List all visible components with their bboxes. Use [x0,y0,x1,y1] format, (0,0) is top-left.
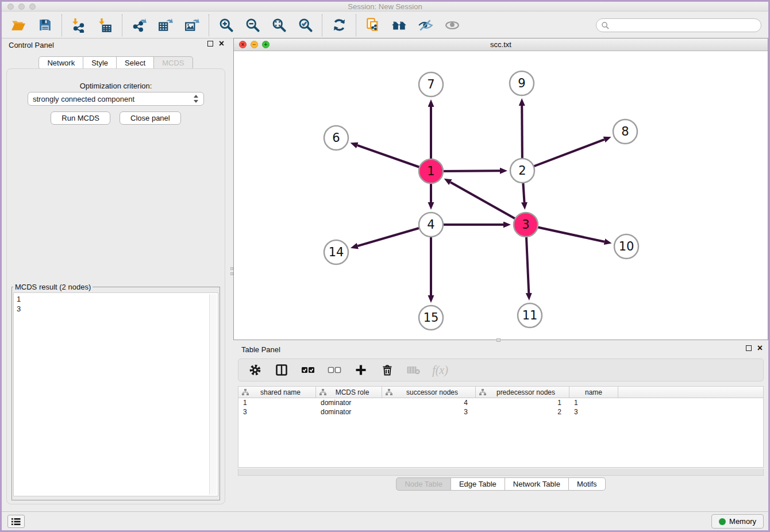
refresh-icon[interactable] [330,17,348,34]
import-table-icon[interactable] [97,17,114,34]
task-history-button[interactable] [7,515,25,528]
column-header-successor-nodes[interactable]: successor nodes [382,387,476,398]
result-line: 1 [17,294,215,304]
table-cell[interactable]: dominator [316,408,382,416]
float-panel-icon[interactable] [207,41,213,47]
tab-motifs[interactable]: Motifs [569,477,606,491]
control-panel-tabs: Network Style Select MCDS [38,56,192,70]
float-table-panel-icon[interactable] [746,345,752,351]
export-table-icon[interactable] [157,17,174,34]
graph-node-label: 6 [332,131,340,145]
splitter-grip-vertical[interactable] [230,267,233,282]
network-canvas[interactable]: 7968124314101511 [234,52,768,340]
home-windows-icon[interactable] [391,17,408,34]
tab-network-table[interactable]: Network Table [505,477,569,491]
column-chooser-icon[interactable] [274,363,289,377]
table-cell[interactable]: 1 [476,399,569,407]
main-toolbar [2,12,768,38]
graph-node-label: 7 [427,78,434,91]
tab-edge-table[interactable]: Edge Table [451,477,505,491]
table-cell[interactable]: 1 [238,399,316,407]
graph-edge-2-8[interactable] [522,140,605,171]
splitter-grip-horizontal[interactable] [496,338,500,342]
export-image-icon[interactable] [183,17,201,34]
graph-node-label: 15 [424,311,439,325]
memory-label: Memory [729,517,756,526]
table-toolbar: f(x) [238,358,764,381]
mcds-result-title: MCDS result (2 nodes) [13,283,93,291]
delete-column-icon[interactable] [380,363,395,377]
application-window: Session: New Session [0,0,770,532]
dropdown-stepper-icon [193,94,199,103]
tab-mcds[interactable]: MCDS [154,56,192,70]
delete-table-disabled-icon [406,363,421,377]
table-cell[interactable]: 2 [476,408,569,416]
graph-node-label: 9 [518,76,525,90]
save-session-icon[interactable] [36,17,53,34]
zoom-selected-icon[interactable] [297,17,314,34]
table-row[interactable]: 3dominator323 [238,407,763,417]
column-tree-icon [479,389,486,396]
run-mcds-button[interactable]: Run MCDS [51,111,110,125]
criterion-dropdown[interactable]: strongly connected component [28,92,204,106]
tab-network[interactable]: Network [38,56,83,70]
list-icon [11,517,21,526]
zoom-in-icon[interactable] [217,17,234,34]
graph-node-label: 3 [522,218,529,232]
column-header-predecessor-nodes[interactable]: predecessor nodes [476,387,569,398]
result-line: 3 [17,304,215,314]
graph-node-label: 11 [522,309,538,322]
add-column-icon[interactable] [353,363,368,377]
network-view-window: × − + scc.txt 7968124314101511 [233,38,768,340]
settings-gear-icon[interactable] [248,363,263,377]
column-header-MCDS-role[interactable]: MCDS role [316,387,382,398]
close-panel-button[interactable]: Close panel [120,111,181,125]
network-window-titlebar[interactable]: × − + scc.txt [234,38,768,51]
deselect-all-checkboxes-icon[interactable] [327,363,342,377]
criterion-value: strongly connected component [33,95,134,103]
search-field[interactable] [596,18,761,32]
column-tree-icon [242,389,249,396]
export-network-icon[interactable] [130,17,148,34]
open-file-icon[interactable] [10,17,27,34]
table-cell[interactable]: dominator [316,399,382,407]
table-row[interactable]: 1dominator411 [238,398,763,407]
graph-edge-3-1[interactable] [451,182,526,225]
tab-style[interactable]: Style [83,56,117,70]
result-scrollbar[interactable] [209,294,217,495]
table-header: shared nameMCDS rolesuccessor nodesprede… [238,387,763,398]
tab-node-table[interactable]: Node Table [396,477,451,491]
duplicate-network-icon[interactable] [364,17,382,34]
mcds-result-text[interactable]: 1 3 [13,292,218,496]
search-input[interactable] [596,18,761,32]
column-header-name[interactable]: name [569,387,618,398]
mcds-panel: Optimization criterion: strongly connect… [6,68,225,504]
table-cell[interactable]: 3 [569,408,618,416]
import-network-icon[interactable] [70,17,87,34]
graph-node-label: 14 [329,245,344,259]
column-tree-icon [319,389,326,396]
table-hscrollbar[interactable] [238,469,764,476]
close-table-panel-icon[interactable]: × [757,345,763,351]
table-cell[interactable]: 1 [569,399,618,407]
graph-node-label: 2 [518,164,526,178]
column-header-shared-name[interactable]: shared name [238,387,316,398]
network-window-title: scc.txt [234,40,768,49]
zoom-fit-icon[interactable] [270,17,287,34]
tab-select[interactable]: Select [117,56,154,70]
hide-panels-eye-icon[interactable] [417,17,434,34]
status-bar: Memory [2,511,768,530]
memory-status-icon [719,518,726,525]
title-bar: Session: New Session [2,2,768,11]
graph-node-label: 10 [619,240,634,253]
table-cell[interactable]: 3 [238,408,316,416]
function-builder-icon: f(x) [433,363,448,377]
memory-button[interactable]: Memory [711,514,764,529]
close-panel-icon[interactable]: × [219,41,224,47]
window-title: Session: New Session [2,2,768,11]
select-all-checkboxes-icon[interactable] [301,363,315,377]
table-cell[interactable]: 3 [382,408,476,416]
graph-node-label: 4 [427,218,434,232]
zoom-out-icon[interactable] [244,17,261,34]
table-cell[interactable]: 4 [382,399,476,407]
